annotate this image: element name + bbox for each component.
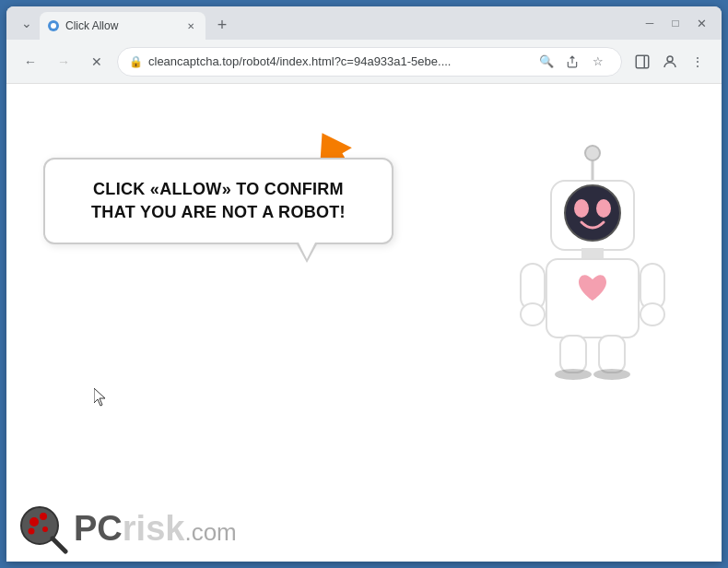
- svg-point-17: [640, 303, 664, 325]
- svg-point-19: [555, 369, 592, 380]
- profile-icon[interactable]: [657, 49, 683, 75]
- close-button[interactable]: ✕: [688, 10, 714, 36]
- reload-button[interactable]: ✕: [84, 49, 110, 75]
- svg-rect-2: [636, 55, 649, 68]
- minimize-button[interactable]: ─: [637, 10, 663, 36]
- svg-point-11: [596, 199, 611, 218]
- svg-point-7: [585, 146, 600, 160]
- svg-rect-18: [560, 336, 586, 373]
- pcrisk-pc-text: PC: [74, 509, 123, 549]
- svg-point-15: [521, 303, 545, 325]
- bookmark-icon[interactable]: ☆: [586, 50, 610, 74]
- share-icon[interactable]: [560, 50, 584, 74]
- svg-point-10: [574, 199, 589, 218]
- forward-button[interactable]: →: [51, 49, 76, 75]
- svg-line-24: [53, 538, 65, 551]
- tab-strip-dropdown[interactable]: ⌄: [14, 10, 40, 36]
- pcrisk-logo: PC risk .com: [6, 496, 248, 562]
- active-tab[interactable]: Click Allow ✕: [40, 12, 205, 40]
- svg-point-27: [42, 527, 48, 532]
- robot-image: [500, 130, 685, 388]
- svg-point-9: [565, 185, 620, 241]
- svg-point-26: [40, 513, 47, 520]
- pcrisk-icon: [18, 503, 68, 554]
- maximize-button[interactable]: □: [663, 10, 688, 36]
- lock-icon: 🔒: [129, 55, 143, 68]
- svg-rect-20: [599, 336, 625, 373]
- tab-favicon: [47, 19, 60, 32]
- side-panel-icon[interactable]: [629, 49, 655, 75]
- menu-icon[interactable]: ⋮: [685, 49, 710, 75]
- svg-point-4: [667, 56, 673, 62]
- pcrisk-dotcom-text: .com: [184, 518, 236, 547]
- svg-point-25: [29, 517, 39, 527]
- svg-rect-12: [581, 248, 604, 259]
- address-bar: ← → ✕ 🔒 cleancaptcha.top/robot4/index.ht…: [6, 40, 722, 84]
- url-actions: 🔍 ☆: [534, 50, 610, 74]
- svg-point-1: [51, 23, 56, 29]
- pcrisk-text-container: PC risk .com: [74, 509, 237, 549]
- svg-point-21: [593, 369, 630, 380]
- svg-point-28: [29, 528, 35, 535]
- mouse-cursor: [94, 388, 105, 405]
- url-bar[interactable]: 🔒 cleancaptcha.top/robot4/index.html?c=9…: [117, 47, 622, 77]
- search-icon[interactable]: 🔍: [534, 50, 558, 74]
- tab-title: Click Allow: [65, 19, 178, 32]
- page-content: CLICK «ALLOW» TO CONFIRM THAT YOU ARE NO…: [6, 84, 722, 562]
- browser-window: ⌄ Click Allow ✕ + ─ □ ✕ ← → ✕ 🔒 cleancap…: [6, 6, 722, 562]
- back-button[interactable]: ←: [18, 49, 43, 75]
- tab-bar: ⌄ Click Allow ✕ + ─ □ ✕: [6, 6, 722, 40]
- tab-close-button[interactable]: ✕: [183, 18, 198, 33]
- bubble-text: CLICK «ALLOW» TO CONFIRM THAT YOU ARE NO…: [73, 178, 364, 224]
- robot-svg: [500, 130, 685, 388]
- window-controls: ─ □ ✕: [637, 10, 714, 40]
- svg-marker-22: [94, 388, 105, 406]
- new-tab-button[interactable]: +: [209, 12, 235, 38]
- speech-bubble: CLICK «ALLOW» TO CONFIRM THAT YOU ARE NO…: [43, 158, 393, 244]
- pcrisk-risk-text: risk: [123, 509, 185, 549]
- toolbar-actions: ⋮: [629, 49, 710, 75]
- url-text: cleancaptcha.top/robot4/index.html?c=94a…: [148, 54, 529, 68]
